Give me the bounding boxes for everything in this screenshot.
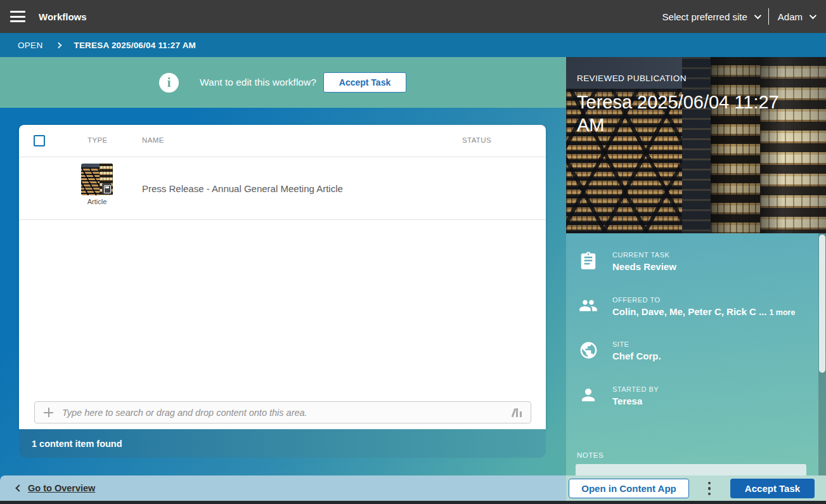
chevron-down-icon <box>810 12 816 19</box>
go-to-overview-label: Go to Overview <box>28 483 95 493</box>
field-value: Colin, Dave, Me, Peter C, Rick C ...1 mo… <box>612 306 795 317</box>
details-panel: REVIEWED PUBLICATION Teresa 2025/06/04 1… <box>566 57 826 477</box>
row-type-label: Article <box>81 198 113 205</box>
people-icon <box>578 296 599 315</box>
globe-icon <box>578 340 599 360</box>
chevron-down-icon <box>754 12 761 19</box>
field-value: Needs Review <box>612 261 676 272</box>
publication-cover-image <box>566 57 826 233</box>
search-input[interactable] <box>61 407 504 418</box>
open-in-content-app-button[interactable]: Open in Content App <box>569 479 689 498</box>
panel-title: Teresa 2025/06/04 11:27 AM <box>577 91 792 136</box>
results-summary: 1 content item found <box>32 439 122 449</box>
breadcrumb-open[interactable]: OPEN <box>18 41 42 50</box>
field-value: Teresa <box>612 396 659 406</box>
top-bar: Workflows Select preferred site Adam <box>0 0 826 33</box>
app-window: Workflows Select preferred site Adam OPE… <box>0 0 826 504</box>
article-thumbnail <box>81 164 113 195</box>
table-header-row: TYPE NAME STATUS <box>19 125 546 157</box>
offered-to-names: Colin, Dave, Me, Peter C, Rick C ... <box>612 306 766 317</box>
field-site: SITE Chef Corp. <box>578 340 661 361</box>
column-header-type: TYPE <box>87 136 108 144</box>
info-icon: i <box>159 73 179 93</box>
select-all-checkbox[interactable] <box>34 135 45 146</box>
field-current-task: CURRENT TASK Needs Review <box>578 251 676 272</box>
column-header-status: STATUS <box>462 136 491 144</box>
panel-scrollbar-thumb[interactable] <box>819 235 825 373</box>
clipboard-icon <box>578 251 599 270</box>
window-bottom-edge <box>0 501 826 504</box>
site-selector-label: Select preferred site <box>662 11 747 22</box>
field-started-by: STARTED BY Teresa <box>578 385 659 406</box>
user-menu-dropdown[interactable]: Adam <box>778 11 815 22</box>
sort-filter-icon[interactable] <box>513 408 522 417</box>
article-badge-icon <box>102 183 112 194</box>
field-offered-to: OFFERED TO Colin, Dave, Me, Peter C, Ric… <box>578 296 795 317</box>
field-label: STARTED BY <box>612 385 659 393</box>
breadcrumb-current: TERESA 2025/06/04 11:27 AM <box>74 41 196 50</box>
person-icon <box>578 385 599 404</box>
content-search-bar <box>34 401 531 423</box>
chevron-left-icon <box>15 484 22 491</box>
panel-scrollbar-track[interactable] <box>818 233 826 477</box>
go-to-overview-link[interactable]: Go to Overview <box>16 475 95 501</box>
table-row[interactable]: Article Press Release - Annual General M… <box>19 157 546 220</box>
field-label: CURRENT TASK <box>612 251 676 259</box>
plus-icon[interactable] <box>44 408 53 417</box>
site-selector-dropdown[interactable]: Select preferred site <box>662 11 759 22</box>
user-name: Adam <box>778 11 803 22</box>
image-overlay <box>566 57 826 233</box>
thumbnail-building-left <box>81 167 100 195</box>
kebab-menu-icon[interactable] <box>706 479 713 498</box>
panel-kicker: REVIEWED PUBLICATION <box>577 74 687 83</box>
hamburger-icon[interactable] <box>10 11 25 22</box>
banner-message: Want to edit this workflow? <box>200 57 316 108</box>
accept-task-banner-button[interactable]: Accept Task <box>323 72 406 93</box>
field-value: Chef Corp. <box>612 351 661 361</box>
accept-task-button[interactable]: Accept Task <box>730 479 815 498</box>
field-label: SITE <box>612 340 661 348</box>
info-banner: i Want to edit this workflow? Accept Tas… <box>0 57 566 108</box>
more-count[interactable]: 1 more <box>769 308 795 317</box>
top-bar-right: Select preferred site Adam <box>662 0 815 33</box>
bottom-action-bar: Go to Overview Open in Content App Accep… <box>0 475 826 501</box>
page-title: Workflows <box>39 11 87 22</box>
field-label: OFFERED TO <box>612 296 795 304</box>
divider <box>768 8 769 25</box>
breadcrumb: OPEN TERESA 2025/06/04 11:27 AM <box>0 33 826 57</box>
notes-label: NOTES <box>577 451 603 459</box>
results-bar: 1 content item found <box>19 429 546 458</box>
row-name: Press Release - Annual General Meeting A… <box>142 157 343 220</box>
content-card: TYPE NAME STATUS Article Press Release -… <box>19 125 546 429</box>
column-header-name: NAME <box>142 136 164 144</box>
chevron-right-icon <box>56 42 62 48</box>
